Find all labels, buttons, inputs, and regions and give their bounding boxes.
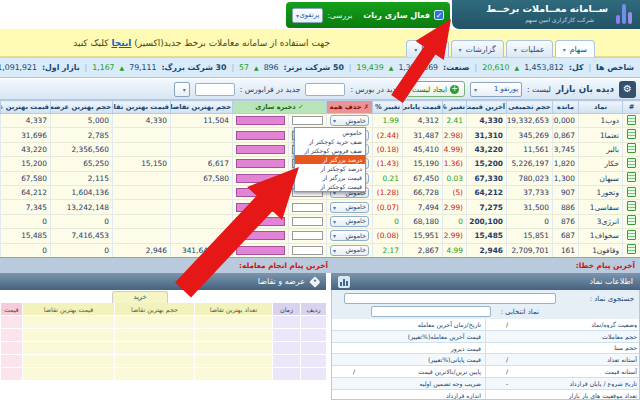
row-detail-cell[interactable] bbox=[623, 243, 640, 257]
alert-target-input[interactable] bbox=[236, 188, 285, 197]
dropdown-option[interactable]: قیمت بزرگتر از bbox=[295, 173, 365, 182]
col-close-price[interactable]: قیمت پایانی bbox=[403, 101, 443, 114]
extra-select[interactable]: ▾ bbox=[174, 82, 190, 97]
dropdown-option[interactable]: صف خرید کوچکتر از bbox=[295, 137, 365, 146]
create-list-label: ایجاد لیست bbox=[412, 85, 447, 94]
col-bid-volume[interactable]: حجم بهترین تقاضا bbox=[171, 101, 233, 114]
gear-icon[interactable]: ⚙ bbox=[619, 81, 636, 98]
watchlist-select[interactable]: پورتفو 1 ▾ bbox=[470, 82, 522, 97]
row-detail-cell[interactable] bbox=[623, 185, 640, 199]
col-symbol[interactable]: نماد bbox=[579, 101, 623, 114]
info-label: حجم معاملات bbox=[528, 333, 640, 340]
col-ask-volume[interactable]: حجم بهترین عرضه bbox=[51, 101, 113, 114]
create-list-button[interactable]: + ایجاد لیست bbox=[406, 81, 465, 97]
alert-target-input[interactable] bbox=[236, 131, 285, 140]
row-detail-cell[interactable] bbox=[623, 229, 640, 243]
dropdown-option[interactable]: صف فروش کوچکتر از bbox=[295, 146, 365, 155]
dropdown-option[interactable]: درصد کوچکتر از bbox=[295, 164, 365, 173]
row-detail-cell[interactable] bbox=[623, 171, 640, 185]
new-bourse-input[interactable] bbox=[305, 83, 345, 96]
alert-target-input[interactable] bbox=[236, 231, 285, 240]
alert-target-input[interactable] bbox=[236, 159, 285, 168]
row-detail-cell[interactable] bbox=[623, 114, 640, 128]
symbol-cell[interactable]: وتخور1 bbox=[579, 185, 623, 199]
row-detail-cell[interactable] bbox=[623, 214, 640, 228]
info-value: / bbox=[486, 321, 528, 328]
up-arrow-icon: ▲ bbox=[515, 64, 520, 71]
col-change[interactable]: تغییر % bbox=[443, 101, 467, 114]
ask-price-cell: 67,580 bbox=[1, 171, 51, 185]
buy-tab[interactable]: خرید bbox=[112, 291, 168, 303]
alert-value-input[interactable] bbox=[292, 116, 323, 125]
ask-price-cell: 0 bbox=[1, 214, 51, 228]
alert-value-input[interactable] bbox=[292, 231, 323, 240]
robot-checkbox[interactable]: ✓ bbox=[434, 10, 444, 20]
tab-label: گزارشات bbox=[466, 45, 496, 54]
info-label: پایین ترین/بالاترین قیمت bbox=[373, 366, 486, 377]
dropdown-option[interactable]: درصد بزرگتر از bbox=[295, 155, 365, 164]
depth-header-row: ردیفزمانتعداد بهترین تقاضاحجم بهترین تقا… bbox=[1, 303, 327, 316]
row-detail-cell[interactable] bbox=[623, 142, 640, 156]
delete-all-header[interactable]: ✗ حذف همه bbox=[327, 101, 373, 114]
col-balance[interactable]: مانده bbox=[553, 101, 579, 114]
dropdown-option[interactable]: خاموش bbox=[295, 128, 365, 137]
depth-cell bbox=[1, 329, 23, 342]
ask-volume-cell: 2,785 bbox=[51, 128, 113, 142]
balance-cell: 886 bbox=[553, 200, 579, 214]
alert-target-cell bbox=[233, 229, 289, 243]
tab-1[interactable]: سهام▾ bbox=[555, 40, 595, 57]
row-detail-cell[interactable] bbox=[623, 157, 640, 171]
col-cum-volume[interactable]: حجم تجمیعی bbox=[507, 101, 553, 114]
alert-target-input[interactable] bbox=[236, 217, 285, 226]
alert-type-select[interactable]: خاموش▾ bbox=[330, 230, 369, 241]
symbol-cell[interactable]: سفاسی1 bbox=[579, 200, 623, 214]
chevron-down-icon: ▾ bbox=[333, 232, 336, 239]
index-label: 50 شرکت برتر: bbox=[284, 63, 344, 72]
indices-items: کل:1,453,812▲20,610|صنعت:1,328,369▲19,43… bbox=[0, 63, 583, 72]
symbol-cell[interactable]: ذوب1 bbox=[579, 114, 623, 128]
col-change2[interactable]: تغییر % bbox=[373, 101, 403, 114]
alert-value-input[interactable] bbox=[292, 246, 323, 255]
row-detail-cell[interactable] bbox=[623, 200, 640, 214]
save-header[interactable]: ✓ ذخیره سازی bbox=[233, 101, 327, 114]
notice-link[interactable]: اینجا bbox=[111, 38, 131, 48]
alert-type-select[interactable]: خاموش▾ bbox=[330, 216, 369, 227]
selected-symbol-input[interactable] bbox=[371, 306, 491, 317]
dropdown-option[interactable]: قیمت کوچکتر از bbox=[295, 182, 365, 191]
ask-volume-cell: 0 bbox=[51, 214, 113, 228]
bid-volume-cell bbox=[171, 185, 233, 199]
alert-type-select[interactable]: خاموش▾ bbox=[330, 202, 369, 213]
tab-3[interactable]: گزارشات▾ bbox=[451, 40, 504, 57]
symbol-cell[interactable]: تعتما1 bbox=[579, 128, 623, 142]
alert-type-select[interactable]: خاموش▾ bbox=[330, 115, 369, 126]
new-fara-input[interactable] bbox=[195, 83, 235, 96]
depth-cell bbox=[195, 368, 273, 381]
alert-target-input[interactable] bbox=[236, 246, 285, 255]
symbol-cell[interactable]: حکار bbox=[579, 157, 623, 171]
symbol-cell[interactable]: سبهان bbox=[579, 171, 623, 185]
symbol-cell[interactable]: وقافون1 bbox=[579, 243, 623, 257]
alert-value-input[interactable] bbox=[292, 217, 323, 226]
col-bid-price[interactable]: قیمت بهترین تقاضا bbox=[113, 101, 171, 114]
symbol-cell[interactable]: بالبر bbox=[579, 142, 623, 156]
alert-type-select[interactable]: خاموش▾ bbox=[330, 245, 369, 256]
tab-4[interactable]: راهنما▾ bbox=[406, 40, 448, 57]
ask-price-cell: 43,220 bbox=[1, 142, 51, 156]
row-detail-cell[interactable] bbox=[623, 128, 640, 142]
review-select[interactable]: پرتفوی ▾ bbox=[292, 8, 323, 23]
alert-target-input[interactable] bbox=[236, 174, 285, 183]
col-ask-price[interactable]: قیمت بهترین عرضه bbox=[1, 101, 51, 114]
tab-2[interactable]: عملیات▾ bbox=[506, 40, 553, 57]
col-last-price[interactable]: آخرین قیمت bbox=[467, 101, 507, 114]
alert-value-input[interactable] bbox=[292, 203, 323, 212]
symbol-cell[interactable]: انرژی3 bbox=[579, 214, 623, 228]
bid-price-cell bbox=[113, 185, 171, 199]
alert-value-cell bbox=[289, 114, 327, 128]
alert-target-input[interactable] bbox=[236, 145, 285, 154]
depth-header: عرضه و تقاضا bbox=[0, 273, 326, 290]
alert-target-input[interactable] bbox=[236, 116, 285, 125]
symbol-cell[interactable]: سخواف1 bbox=[579, 229, 623, 243]
alert-target-cell bbox=[233, 214, 289, 228]
alert-target-input[interactable] bbox=[236, 203, 285, 212]
symbol-search-input[interactable] bbox=[344, 293, 556, 304]
